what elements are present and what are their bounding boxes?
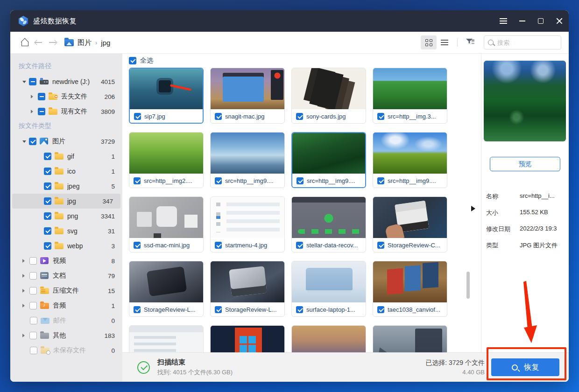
checkbox[interactable] [44,182,51,190]
sidebar-item-audio[interactable]: ♪音频1 [10,298,122,313]
sidebar-item-documents[interactable]: 文档79 [10,268,122,283]
collapse-panel-arrow[interactable] [471,206,475,211]
checkbox[interactable] [215,242,222,249]
caret-down-icon[interactable] [22,140,26,143]
checkbox[interactable] [44,168,51,175]
sidebar-item-lost-files[interactable]: 丢失文件206 [10,89,122,104]
grid-view-button[interactable] [421,35,437,49]
sidebar-item-unsaved[interactable]: 未保存文件0 [10,343,122,358]
file-card[interactable]: surface-laptop-1... [291,261,366,317]
caret-right-icon[interactable] [22,334,25,337]
file-card[interactable]: startmenu-4.jpg [210,196,285,252]
search-input[interactable] [497,39,553,46]
checkbox[interactable] [29,138,36,145]
file-card[interactable]: src=http__img9.... [373,132,447,188]
checkbox[interactable] [134,113,141,120]
file-card[interactable]: stellar-data-recov... [291,196,366,252]
checkbox[interactable] [215,113,222,120]
select-all-checkbox[interactable] [129,57,136,64]
checkbox[interactable] [296,306,303,313]
recover-button[interactable]: 恢复 [491,358,559,376]
sidebar-item-gif[interactable]: gif1 [10,149,122,164]
checkbox[interactable] [377,113,384,120]
caret-right-icon[interactable] [22,304,25,308]
file-card[interactable]: src=http__img.3... [373,68,447,124]
sidebar-item-png[interactable]: png3341 [10,209,122,224]
file-card[interactable]: src=http__img9.... [291,132,366,188]
file-card[interactable]: snagit-mac.jpg [210,68,285,124]
filter-button[interactable] [462,35,478,49]
breadcrumb-current[interactable]: jpg [101,39,110,47]
file-card[interactable] [129,325,204,352]
sidebar-item-jpeg[interactable]: jpeg5 [10,179,122,194]
checkbox[interactable] [38,108,45,115]
sidebar-item-other[interactable]: 其他183 [10,328,122,343]
caret-right-icon[interactable] [31,110,33,113]
file-card[interactable]: StorageReview-L... [210,261,285,317]
sidebar-item-ico[interactable]: ico1 [10,164,122,179]
checkbox[interactable] [29,287,37,294]
maximize-button[interactable] [531,10,550,32]
file-card[interactable] [210,325,285,352]
checkbox[interactable] [215,177,222,184]
minimize-button[interactable] [513,10,531,32]
checkbox[interactable] [215,306,222,313]
file-card[interactable] [291,325,366,352]
checkbox[interactable] [296,242,303,249]
forward-button[interactable] [46,35,60,49]
checkbox[interactable] [29,272,37,280]
sidebar-item-svg[interactable]: svg31 [10,224,122,238]
checkbox[interactable] [134,177,141,184]
checkbox[interactable] [134,242,141,249]
checkbox[interactable] [29,257,37,265]
search-box[interactable] [484,35,561,49]
checkbox[interactable] [29,302,37,309]
home-button[interactable] [18,35,32,49]
list-view-button[interactable] [437,35,452,49]
file-card[interactable]: src=http__img2.... [129,132,204,188]
checkbox[interactable] [29,332,37,339]
checkbox[interactable] [38,93,45,100]
sidebar-item-archives[interactable]: 压缩文件15 [10,283,122,298]
file-card[interactable]: src=http__img9.... [210,132,285,188]
caret-right-icon[interactable] [22,289,25,293]
file-card[interactable]: StorageReview-C... [373,196,447,252]
checkbox[interactable] [44,212,51,220]
caret-right-icon[interactable] [31,95,33,98]
breadcrumb-folder[interactable]: 图片 [78,38,92,47]
checkbox[interactable] [30,317,37,324]
sidebar-item-jpg[interactable]: jpg347 [12,194,120,209]
file-card[interactable]: ssd-mac-mini.jpg [129,196,204,252]
checkbox[interactable] [296,113,303,120]
file-card[interactable]: sony-cards.jpg [291,68,366,124]
checkbox[interactable] [44,197,51,205]
checkbox[interactable] [377,242,384,249]
menu-button[interactable] [494,10,513,32]
checkbox[interactable] [44,153,51,160]
scrollbar-thumb[interactable] [466,272,470,299]
checkbox[interactable] [44,227,51,235]
checkbox[interactable] [377,306,384,313]
sidebar-item-webp[interactable]: webp3 [10,238,122,253]
sidebar-item-existing-files[interactable]: 现有文件3809 [10,104,122,119]
checkbox[interactable] [29,78,36,85]
file-card[interactable]: sip7.jpg [129,68,204,124]
back-button[interactable] [32,35,46,49]
sidebar-item-video[interactable]: 视频8 [10,253,122,268]
preview-button[interactable]: 预览 [490,157,560,171]
sidebar-item-mail[interactable]: 邮件0 [10,313,122,328]
sidebar-item-pictures[interactable]: 图片3729 [10,134,122,149]
caret-right-icon[interactable] [22,274,25,278]
checkbox[interactable] [377,177,384,184]
caret-right-icon[interactable] [22,259,25,263]
close-button[interactable] [550,10,569,32]
checkbox[interactable] [134,306,141,313]
checkbox[interactable] [44,242,51,250]
sidebar-item-newdrive[interactable]: newdrive (J:)4015 [10,74,122,89]
caret-down-icon[interactable] [22,81,26,83]
checkbox[interactable] [30,347,37,354]
file-card[interactable]: taec1038_canviof... [373,261,447,317]
checkbox[interactable] [297,177,304,184]
file-card[interactable]: StorageReview-L... [129,261,204,317]
file-card[interactable] [373,325,447,352]
